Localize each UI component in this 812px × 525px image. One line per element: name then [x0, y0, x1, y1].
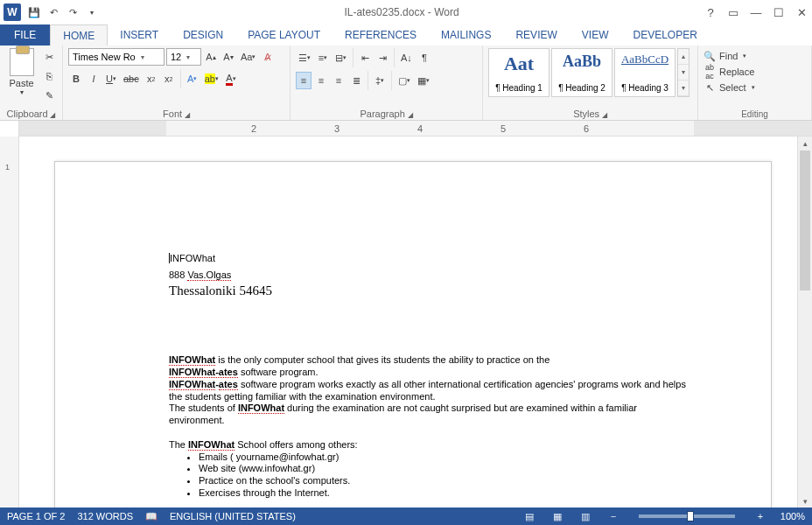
editing-group-label: Editing [704, 109, 806, 119]
paragraph-group-label: Paragraph ◢ [296, 108, 477, 119]
grow-font-icon[interactable]: A▴ [203, 48, 219, 66]
numbering-icon[interactable]: ≡▾ [315, 49, 331, 66]
tab-home[interactable]: HOME [50, 24, 108, 46]
tab-view[interactable]: VIEW [570, 24, 621, 46]
zoom-out-icon[interactable]: − [606, 511, 621, 522]
ruler-tick: 3 [334, 123, 340, 134]
ruler-tick: 4 [417, 123, 423, 134]
text-effects-icon[interactable]: A▾ [185, 70, 200, 88]
word-count[interactable]: 312 WORDS [77, 511, 133, 522]
maximize-icon[interactable]: ☐ [772, 6, 786, 19]
web-layout-view-icon[interactable]: ▥ [578, 511, 593, 522]
group-font: Times New Ro▾ 12▾ A▴ A▾ Aa▾ A̷ B I U▾ ab… [63, 46, 290, 120]
align-center-icon[interactable]: ≡ [313, 72, 329, 89]
style-heading-2[interactable]: AaBb ¶ Heading 2 [551, 48, 612, 97]
redo-icon[interactable]: ↷ [65, 4, 80, 20]
style-name: ¶ Heading 3 [621, 83, 668, 93]
styles-scroll[interactable]: ▴▾▾ [677, 48, 690, 97]
style-heading-1[interactable]: Aat ¶ Heading 1 [488, 48, 550, 97]
bold-button[interactable]: B [68, 70, 84, 88]
sort-icon[interactable]: A↓ [398, 49, 415, 66]
bullets-icon[interactable]: ☰▾ [296, 49, 313, 66]
italic-button[interactable]: I [86, 70, 102, 88]
scrollbar-thumb[interactable] [800, 150, 810, 290]
para-2: INFOWhat-ates software program works exa… [169, 379, 694, 403]
copy-icon[interactable]: ⎘ [41, 67, 57, 85]
paste-button[interactable]: Paste ▾ [5, 48, 38, 96]
clear-formatting-icon[interactable]: A̷ [260, 48, 276, 66]
style-sample-text: AaBbCcD [621, 52, 668, 66]
borders-icon[interactable]: ▦▾ [415, 72, 432, 89]
style-name: ¶ Heading 1 [495, 83, 542, 93]
shading-icon[interactable]: ▢▾ [396, 72, 413, 89]
strikethrough-button[interactable]: abc [121, 70, 142, 88]
ribbon: Paste ▾ ✂ ⎘ ✎ Clipboard ◢ Times New Ro▾ … [0, 46, 812, 121]
tab-review[interactable]: REVIEW [503, 24, 569, 46]
zoom-slider[interactable] [639, 514, 735, 518]
tab-mailings[interactable]: MAILINGS [429, 24, 503, 46]
horizontal-ruler[interactable]: 1 2 3 4 5 6 7 [19, 121, 812, 136]
replace-button[interactable]: abacReplace [704, 64, 806, 80]
tab-page-layout[interactable]: PAGE LAYOUT [235, 24, 332, 46]
font-color-icon[interactable]: A▾ [223, 70, 239, 88]
scroll-down-icon[interactable]: ▾ [798, 494, 812, 508]
align-left-icon[interactable]: ≡ [296, 72, 312, 89]
multilevel-list-icon[interactable]: ⊟▾ [332, 49, 349, 66]
separator [353, 48, 354, 67]
vertical-scrollbar[interactable]: ▴ ▾ [797, 136, 812, 508]
font-name-combo[interactable]: Times New Ro▾ [68, 48, 164, 66]
increase-indent-icon[interactable]: ⇥ [374, 49, 390, 66]
tab-developer[interactable]: DEVELOPER [620, 24, 709, 46]
document-content[interactable]: INFOWhat 888 Vas.Olgas Thessaloniki 5464… [169, 249, 694, 500]
style-heading-3[interactable]: AaBbCcD ¶ Heading 3 [614, 48, 676, 97]
list-item: Web site (www.infowhat.gr) [199, 463, 694, 475]
select-button[interactable]: ↖Select▾ [704, 80, 806, 95]
language-indicator[interactable]: ENGLISH (UNITED STATES) [170, 511, 296, 522]
tab-insert[interactable]: INSERT [108, 24, 171, 46]
undo-icon[interactable]: ↶ [46, 4, 61, 20]
subscript-button[interactable]: x2 [144, 70, 159, 88]
close-icon[interactable]: ✕ [794, 6, 808, 19]
underline-button[interactable]: U▾ [103, 70, 119, 88]
document-scroll[interactable]: INFOWhat 888 Vas.Olgas Thessaloniki 5464… [19, 136, 812, 508]
scroll-up-icon[interactable]: ▴ [798, 136, 812, 150]
minimize-icon[interactable]: ― [749, 6, 763, 19]
tab-file[interactable]: FILE [0, 24, 50, 46]
vertical-ruler[interactable]: 1 [0, 136, 19, 508]
bullet-list: Emails ( yourname@infowhat.gr) Web site … [199, 452, 694, 500]
ribbon-tabs: FILE HOME INSERT DESIGN PAGE LAYOUT REFE… [0, 24, 812, 46]
group-clipboard: Paste ▾ ✂ ⎘ ✎ Clipboard ◢ [0, 46, 63, 120]
zoom-level[interactable]: 100% [780, 511, 805, 522]
page-indicator[interactable]: PAGE 1 OF 2 [7, 511, 65, 522]
decrease-indent-icon[interactable]: ⇤ [357, 49, 373, 66]
read-mode-view-icon[interactable]: ▦ [550, 511, 565, 522]
ribbon-display-icon[interactable]: ▭ [726, 6, 740, 19]
tab-design[interactable]: DESIGN [171, 24, 235, 46]
superscript-button[interactable]: x2 [161, 70, 177, 88]
print-layout-view-icon[interactable]: ▤ [522, 511, 537, 522]
font-size-combo[interactable]: 12▾ [166, 48, 201, 66]
line-spacing-icon[interactable]: ‡▾ [372, 72, 388, 89]
show-marks-icon[interactable]: ¶ [416, 49, 432, 66]
align-right-icon[interactable]: ≡ [331, 72, 346, 89]
zoom-in-icon[interactable]: + [752, 511, 768, 522]
cut-icon[interactable]: ✂ [41, 48, 57, 66]
justify-icon[interactable]: ≣ [348, 72, 364, 89]
group-paragraph: ☰▾ ≡▾ ⊟▾ ⇤ ⇥ A↓ ¶ ≡ ≡ ≡ ≣ ‡▾ ▢▾ ▦▾ Parag… [290, 46, 483, 120]
highlight-icon[interactable]: ab▾ [202, 70, 221, 88]
proofing-icon[interactable]: 📖 [145, 511, 158, 522]
zoom-slider-thumb[interactable] [687, 511, 694, 522]
select-icon: ↖ [704, 82, 716, 94]
ruler-tick: 5 [500, 123, 506, 134]
help-icon[interactable]: ? [704, 6, 718, 19]
separator [368, 71, 368, 90]
save-icon[interactable]: 💾 [26, 4, 42, 20]
shrink-font-icon[interactable]: A▾ [220, 48, 236, 66]
format-painter-icon[interactable]: ✎ [41, 87, 57, 104]
tab-references[interactable]: REFERENCES [332, 24, 429, 46]
para-1: INFOWhat is the only computer school tha… [169, 354, 694, 379]
qat-customize-icon[interactable]: ▾ [84, 4, 100, 20]
change-case-icon[interactable]: Aa▾ [238, 48, 258, 66]
list-item: Exercises through the Internet. [199, 487, 694, 500]
find-button[interactable]: 🔍Find▾ [704, 48, 806, 64]
